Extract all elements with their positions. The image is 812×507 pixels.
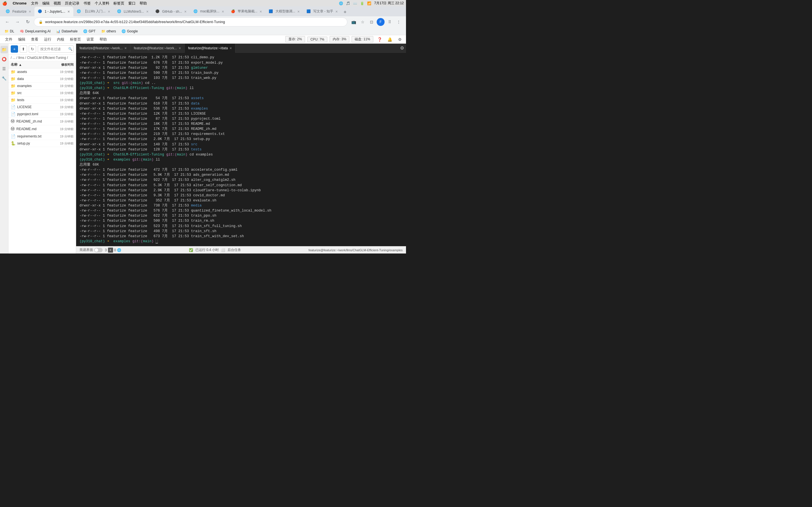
tab-jupyter-close[interactable]: × — [68, 9, 70, 14]
cast-icon[interactable]: 📺 — [350, 18, 357, 26]
file-browser-icon[interactable]: 📁 — [1, 46, 8, 53]
menu-window[interactable]: 窗口 — [128, 1, 136, 6]
terminal-line: -rw-r--r-- 1 featurize featurize 590 7月 … — [80, 70, 403, 75]
tab-llms-intro-close[interactable]: × — [108, 9, 110, 14]
tab-github-close[interactable]: × — [185, 9, 187, 14]
refresh-button[interactable]: ↻ — [29, 45, 36, 53]
jupyter-left-sidebar-icons: 📁 ⭕ ☰ 🔧 — [0, 44, 8, 253]
tab-github[interactable]: ⚫ GitHub - sh... × — [152, 7, 190, 16]
terminal-tab-3-close[interactable]: × — [230, 46, 232, 50]
tab-llms-nine-close[interactable]: × — [146, 9, 149, 14]
help-icon[interactable]: ❓ — [375, 36, 384, 43]
bookmark-gpt-label: GPT — [89, 29, 96, 33]
reload-button[interactable]: ↻ — [24, 18, 32, 26]
list-item[interactable]: 📁 tests 19 分钟前 — [8, 97, 76, 104]
tab-mac-screenshot-close[interactable]: × — [221, 9, 224, 14]
tab-llms-nine[interactable]: 🌐 LLMsNineS... × — [114, 7, 152, 16]
bookmark-star-icon[interactable]: ☆ — [359, 18, 366, 26]
terminal-line: -rw-r--r-- 1 featurize featurize 12K 7月 … — [80, 111, 403, 116]
list-item[interactable]: 📄 LICENSE 19 分钟前 — [8, 104, 76, 111]
back-button[interactable]: ← — [3, 18, 11, 26]
terminal-tab-1-close[interactable]: × — [124, 46, 126, 50]
bookmark-google[interactable]: 🌐 Google — [119, 28, 140, 34]
jupyter-menu-view[interactable]: 查看 — [28, 36, 41, 43]
list-item[interactable]: 📁 src 19 分钟前 — [8, 90, 76, 97]
menu-bookmarks[interactable]: 书签 — [84, 1, 91, 6]
jupyter-menu-file[interactable]: 文件 — [2, 36, 15, 43]
terminal-tab-1[interactable]: featurize@featurize:~/work... × — [76, 44, 130, 53]
bookmark-datawhale[interactable]: 📊 Datawhale — [54, 28, 80, 34]
jupyter-menu-kernel[interactable]: 内核 — [54, 36, 67, 43]
forward-button[interactable]: → — [13, 18, 21, 26]
terminal-tab-3[interactable]: featurize@featurize:~/data × — [185, 44, 236, 53]
terminal-line: (py310_chat) ➜ src git:(main) cd .. — [80, 80, 403, 86]
menu-edit[interactable]: 编辑 — [42, 1, 50, 6]
file-name-col-header[interactable]: 名称 ▲ — [11, 62, 51, 67]
tab-featurize-close[interactable]: × — [29, 9, 31, 14]
menu-tabs[interactable]: 标签页 — [113, 1, 124, 6]
jupyter-menu-settings[interactable]: 设置 — [84, 36, 97, 43]
jupyter-menu-tabs[interactable]: 标签页 — [67, 36, 84, 43]
tab-big-model[interactable]: 🟦 大模型微调... × — [265, 7, 303, 16]
list-item[interactable]: Ⓜ README_zh.md 19 分钟前 — [8, 118, 76, 125]
jupyter-menu-run[interactable]: 运行 — [41, 36, 54, 43]
tab-mac-screenshot[interactable]: 🌐 mac截屏快... × — [190, 7, 227, 16]
tab-write-article[interactable]: 🟦 写文章 - 知乎 × — [303, 7, 341, 16]
list-item[interactable]: 📁 assets 19 分钟前 — [8, 68, 76, 75]
terminal-line: drwxr-xr-x 1 featurize featurize 92 7月 1… — [80, 65, 403, 70]
folder-icon: 📁 — [11, 76, 15, 81]
property-inspector-icon[interactable]: 🔧 — [1, 75, 8, 82]
tab-apple-pc-close[interactable]: × — [260, 9, 262, 14]
tab-write-article-close[interactable]: × — [336, 9, 338, 14]
terminal-line: -rw-r--r-- 1 featurize featurize 9.3K 7月… — [80, 193, 403, 198]
tab-jupyter[interactable]: 🔵 1 - JupyterL... × — [35, 7, 73, 16]
menu-file[interactable]: 文件 — [31, 1, 38, 6]
list-item[interactable]: Ⓜ README.md 19 分钟前 — [8, 125, 76, 133]
bookmark-gpt[interactable]: 🌐 GPT — [81, 28, 98, 34]
jupyter-menu-help[interactable]: 帮助 — [97, 36, 110, 43]
search-button[interactable]: 🔍 — [68, 47, 72, 51]
jupyter-menu-edit[interactable]: 编辑 — [15, 36, 28, 43]
upload-button[interactable]: ⬆ — [20, 45, 27, 53]
list-item[interactable]: 📁 examples 19 分钟前 — [8, 82, 76, 90]
commands-icon[interactable]: ☰ — [1, 65, 8, 72]
split-view-icon[interactable]: ⊡ — [368, 18, 375, 26]
simple-mode-toggle[interactable]: 简易界面 — [80, 247, 103, 252]
list-item[interactable]: 📄 pyproject.toml 19 分钟前 — [8, 111, 76, 118]
extensions-button[interactable]: ⠿ — [386, 18, 394, 26]
list-item[interactable]: 📄 requirements.txt 19 分钟前 — [8, 133, 76, 140]
new-file-button[interactable]: + — [11, 45, 18, 53]
menu-view[interactable]: 视图 — [54, 1, 61, 6]
list-item[interactable]: 📁 data 19 分钟前 — [8, 75, 76, 82]
tab-featurize-favicon: 🌐 — [6, 9, 10, 14]
terminal-content[interactable]: -rw-r--r-- 1 featurize featurize 1.2K 7月… — [76, 53, 406, 246]
running-sessions-icon[interactable]: ⭕ — [1, 55, 8, 63]
terminal-line: -rw-r--r-- 1 featurize featurize 523 7月 … — [80, 224, 403, 229]
jupyter-settings-icon[interactable]: ⚙ — [396, 36, 404, 43]
tab-apple-pc[interactable]: 🍎 苹果电脑截... × — [227, 7, 265, 16]
apple-icon[interactable]: 🍎 — [2, 1, 7, 6]
menu-button[interactable]: ⋮ — [395, 18, 403, 26]
file-panel: + ⬆ ↻ 🔍 / ... / llms / ChatGLM-Efficient… — [8, 44, 76, 253]
terminal-tab-2-close[interactable]: × — [179, 46, 181, 50]
profile-button[interactable]: F — [377, 18, 385, 26]
terminal-tab-2[interactable]: featurize@featurize:~/work... × — [130, 44, 185, 53]
status-globe-icon: 🌐 — [117, 248, 121, 252]
menu-profile[interactable]: 个人资料 — [95, 1, 109, 6]
file-name-header-text: 名称 — [11, 62, 17, 67]
address-input[interactable]: 🔒 workspace.featurize.cn/298bc293-e7da-4… — [34, 17, 347, 26]
new-tab-button[interactable]: + — [341, 8, 349, 16]
terminal-settings-icon[interactable]: ⚙ — [398, 44, 406, 52]
bookmark-dl[interactable]: 📁 DL — [2, 28, 16, 34]
bookmark-deeplearning[interactable]: 🧠 DeepLearning.AI — [17, 28, 53, 34]
menu-help[interactable]: 帮助 — [140, 1, 147, 6]
tab-llms-nine-favicon: 🌐 — [117, 9, 121, 14]
tab-big-model-close[interactable]: × — [297, 9, 300, 14]
toggle-switch[interactable] — [94, 248, 103, 252]
list-item[interactable]: 🐍 setup.py 19 分钟前 — [8, 140, 76, 147]
tab-featurize[interactable]: 🌐 Featurize × — [2, 7, 35, 16]
bookmark-others[interactable]: 📁 others — [99, 28, 118, 34]
tab-llms-intro[interactable]: 🌐 【LLMs 入门... × — [73, 7, 114, 16]
notifications-icon[interactable]: 🔔 — [386, 36, 394, 43]
menu-history[interactable]: 历史记录 — [65, 1, 80, 6]
